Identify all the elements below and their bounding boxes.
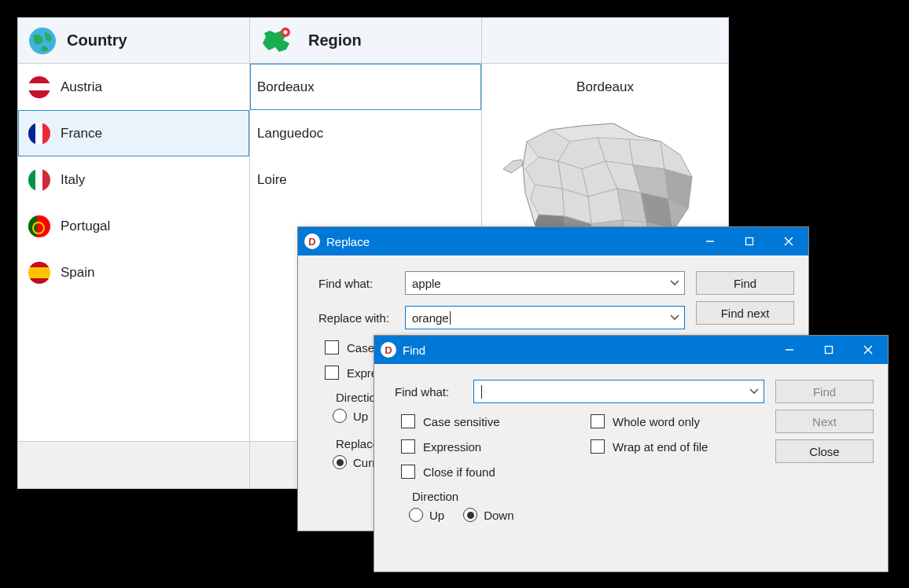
flag-portugal-icon (28, 215, 50, 237)
region-header: Region (250, 18, 481, 64)
radio-label: Up (353, 410, 368, 423)
find-what-value: apple (412, 277, 441, 290)
minimize-button[interactable] (690, 227, 730, 255)
whole-word-checkbox[interactable]: Whole word only (591, 414, 764, 428)
expression-checkbox[interactable]: Expression (401, 439, 575, 454)
country-column: Country Austria France Italy Portugal (18, 18, 250, 441)
find-dialog: D Find Find what: (374, 335, 889, 572)
replace-titlebar[interactable]: D Replace (298, 227, 808, 255)
find-next-button[interactable]: Find next (696, 301, 794, 325)
country-label: France (61, 126, 102, 141)
flag-austria-icon (28, 76, 50, 98)
checkbox-label: Case sensitive (423, 415, 500, 428)
replace-with-label: Replace with: (318, 311, 397, 325)
region-item-languedoc[interactable]: Languedoc (250, 110, 481, 156)
flag-spain-icon (28, 262, 50, 284)
region-label: Languedoc (257, 126, 323, 141)
find-titlebar[interactable]: D Find (374, 336, 888, 364)
region-item-bordeaux[interactable]: Bordeaux (250, 64, 481, 110)
checkbox-label: Wrap at end of file (613, 440, 708, 454)
text-cursor (481, 385, 482, 399)
find-button[interactable]: Find (775, 380, 874, 403)
country-item-france[interactable]: France (18, 110, 249, 156)
minimize-button[interactable] (770, 336, 809, 364)
country-header: Country (18, 18, 249, 64)
map-label: Bordeaux (576, 79, 634, 95)
radio-label: Up (429, 509, 444, 522)
checkbox-icon (401, 414, 415, 428)
maximize-button[interactable] (730, 227, 769, 255)
country-label: Spain (61, 265, 94, 281)
country-list: Austria France Italy Portugal Spain (18, 64, 249, 441)
region-map-icon (259, 26, 299, 56)
find-what-input[interactable]: apple (405, 271, 685, 295)
globe-icon (28, 26, 57, 56)
radio-icon (463, 508, 477, 522)
next-button[interactable]: Next (775, 410, 874, 433)
radio-icon (333, 409, 347, 423)
map-header-blank (482, 18, 728, 64)
checkbox-label: Whole word only (613, 415, 700, 428)
find-button[interactable]: Find (696, 271, 794, 295)
country-label: Portugal (61, 219, 110, 234)
region-label: Loire (257, 172, 287, 188)
radio-icon (409, 508, 423, 522)
radio-icon (333, 455, 347, 469)
replace-with-input[interactable]: orange (405, 306, 685, 329)
checkbox-icon (325, 366, 339, 380)
direction-up-radio[interactable]: Up (409, 508, 444, 522)
replace-title: Replace (326, 235, 690, 248)
direction-up-radio[interactable]: Up (333, 409, 368, 423)
footer-cell-country (18, 442, 250, 488)
maximize-button[interactable] (809, 336, 848, 364)
direction-label: Direction (412, 490, 764, 503)
close-button[interactable] (769, 227, 808, 255)
flag-france-icon (28, 123, 50, 145)
region-label: Bordeaux (257, 79, 315, 95)
checkbox-icon (591, 414, 605, 428)
text-cursor (450, 311, 451, 325)
checkbox-icon (325, 340, 339, 355)
find-what-label: Find what: (318, 277, 397, 290)
checkbox-label: Close if found (423, 465, 495, 479)
close-dialog-button[interactable]: Close (775, 439, 874, 463)
flag-italy-icon (28, 169, 50, 191)
country-label: Austria (61, 79, 102, 95)
svg-rect-8 (826, 347, 833, 354)
country-item-italy[interactable]: Italy (18, 156, 249, 203)
country-label: Italy (61, 172, 85, 188)
replace-with-value: orange (412, 311, 449, 325)
app-icon: D (381, 342, 396, 358)
region-item-loire[interactable]: Loire (250, 156, 481, 203)
checkbox-label: Expression (423, 440, 481, 454)
checkbox-icon (401, 439, 415, 454)
app-icon: D (304, 233, 320, 249)
country-item-spain[interactable]: Spain (18, 249, 249, 296)
direction-group: Direction Up Down (409, 490, 764, 522)
checkbox-icon (401, 465, 415, 479)
case-sensitive-checkbox[interactable]: Case sensitive (401, 414, 575, 428)
find-what-input[interactable] (473, 380, 764, 403)
svg-rect-4 (746, 238, 753, 245)
close-button[interactable] (848, 336, 888, 364)
checkbox-icon (591, 439, 605, 454)
wrap-checkbox[interactable]: Wrap at end of file (591, 439, 764, 454)
country-item-portugal[interactable]: Portugal (18, 203, 249, 249)
chevron-down-icon[interactable] (749, 388, 759, 395)
chevron-down-icon[interactable] (670, 280, 679, 286)
country-item-austria[interactable]: Austria (18, 64, 249, 110)
radio-label: Down (484, 509, 513, 522)
chevron-down-icon[interactable] (670, 314, 679, 321)
direction-down-radio[interactable]: Down (463, 508, 513, 522)
country-header-label: Country (67, 31, 127, 50)
region-header-label: Region (308, 31, 362, 50)
close-if-found-checkbox[interactable]: Close if found (401, 465, 575, 479)
find-title: Find (403, 344, 770, 357)
svg-point-2 (284, 30, 288, 34)
find-what-label: Find what: (395, 385, 466, 399)
